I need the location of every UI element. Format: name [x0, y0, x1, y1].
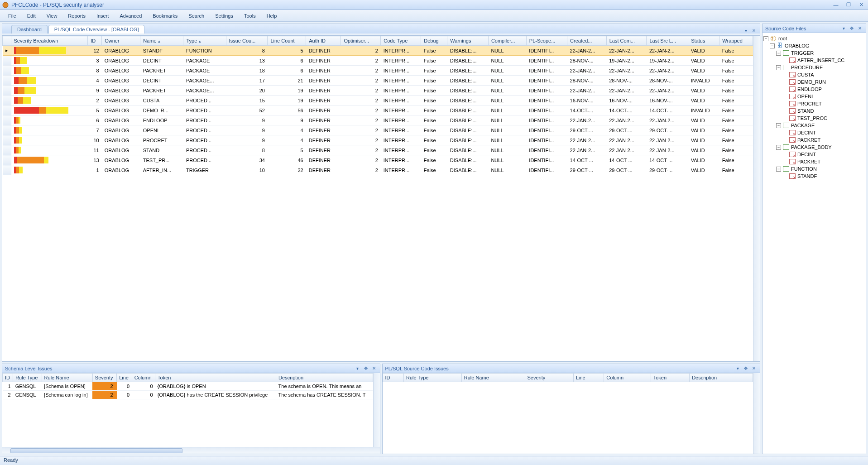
panel-close-icon[interactable]: ✕ — [751, 365, 757, 372]
menu-insert[interactable]: Insert — [91, 11, 115, 20]
col-header[interactable]: Owner — [102, 36, 140, 46]
col-header[interactable]: Wrapped — [719, 36, 753, 46]
col-header[interactable]: Description — [276, 374, 373, 382]
col-header[interactable]: Auth ID — [306, 36, 341, 46]
panel-pin-icon[interactable]: ✥ — [849, 25, 855, 32]
menu-tools[interactable]: Tools — [239, 11, 261, 20]
schema-horizontal-scrollbar[interactable] — [2, 447, 380, 454]
tab-close-icon[interactable]: ✕ — [751, 27, 757, 34]
grid-scroll[interactable]: Severity BreakdownIDOwnerName▲Type▲Issue… — [2, 36, 753, 361]
col-header[interactable]: Last Src L... — [647, 36, 688, 46]
table-row[interactable]: 13 ORABLOG TEST_PR... PROCED... 34 46 DE… — [3, 155, 753, 165]
tree-root[interactable]: −?root — [763, 35, 865, 42]
col-header[interactable]: Rule Name — [461, 374, 525, 382]
col-header[interactable]: ID — [383, 374, 404, 382]
tree-group-procedure[interactable]: −PROCEDURE — [763, 64, 865, 71]
tree-item-demo_run[interactable]: DEMO_RUN — [763, 78, 865, 86]
tree-item-after_insert_cc[interactable]: AFTER_INSERT_CC — [763, 57, 865, 64]
table-row[interactable]: 9 ORABLOG PACKRET PACKAGE... 20 19 DEFIN… — [3, 86, 753, 96]
col-header[interactable]: Severity Breakdown — [11, 36, 88, 46]
tree-item-decint[interactable]: DECINT — [763, 151, 865, 158]
tree-item-standf[interactable]: STANDF — [763, 173, 865, 180]
menu-help[interactable]: Help — [261, 11, 283, 20]
col-header[interactable]: Column — [604, 374, 651, 382]
col-header[interactable]: Debug — [421, 36, 447, 46]
table-row[interactable]: 2 GENSQL [Schema can log in] 2 0 0 {ORAB… — [3, 391, 373, 399]
minimize-button[interactable]: — — [831, 2, 841, 8]
tree-toggle-icon[interactable]: − — [770, 43, 775, 48]
menu-search[interactable]: Search — [183, 11, 210, 20]
col-header[interactable]: Line — [117, 374, 132, 382]
tree-toggle-icon[interactable]: − — [776, 145, 781, 150]
col-header[interactable]: ID — [88, 36, 102, 46]
grid-vertical-scrollbar[interactable] — [753, 36, 760, 361]
col-header[interactable]: Last Com... — [606, 36, 647, 46]
col-header[interactable]: PL-Scope... — [526, 36, 567, 46]
tree-item-openi[interactable]: OPENI — [763, 93, 865, 100]
col-header[interactable]: Column — [132, 374, 155, 382]
menu-view[interactable]: View — [41, 11, 63, 20]
tree-group-package[interactable]: −PACKAGE — [763, 122, 865, 129]
col-header[interactable]: Rule Type — [404, 374, 462, 382]
menu-advanced[interactable]: Advanced — [114, 11, 147, 20]
col-header[interactable]: ID — [3, 374, 13, 382]
tree-group-trigger[interactable]: −TRIGGER — [763, 49, 865, 57]
table-row[interactable]: ▸ 12 ORABLOG STANDF FUNCTION 8 5 DEFINER… — [3, 46, 753, 56]
panel-dropdown-icon[interactable]: ▾ — [734, 365, 741, 372]
panel-dropdown-icon[interactable]: ▾ — [840, 25, 847, 32]
col-header[interactable]: Rule Name — [42, 374, 92, 382]
col-header[interactable]: Token — [651, 374, 689, 382]
tree-item-custa[interactable]: CUSTA — [763, 71, 865, 78]
table-row[interactable]: 11 ORABLOG STAND PROCED... 8 5 DEFINER 2… — [3, 145, 753, 155]
schema-vertical-scrollbar[interactable] — [373, 373, 380, 447]
table-row[interactable]: 1 ORABLOG AFTER_IN... TRIGGER 10 22 DEFI… — [3, 165, 753, 175]
tree-toggle-icon[interactable]: − — [776, 167, 781, 172]
table-row[interactable]: 2 ORABLOG CUSTA PROCED... 15 19 DEFINER … — [3, 96, 753, 105]
code-vertical-scrollbar[interactable] — [753, 373, 760, 454]
tree-toggle-icon[interactable]: − — [763, 36, 768, 41]
tree-toggle-icon[interactable]: − — [776, 65, 781, 70]
source-tree[interactable]: −?root−🗄ORABLOG−TRIGGERAFTER_INSERT_CC−P… — [762, 33, 866, 454]
tree-item-packret[interactable]: PACKRET — [763, 158, 865, 165]
table-row[interactable]: 3 ORABLOG DECINT PACKAGE 13 6 DEFINER 2 … — [3, 56, 753, 66]
col-header[interactable]: Severity — [92, 374, 116, 382]
col-header[interactable]: Rule Type — [13, 374, 42, 382]
menu-file[interactable]: File — [3, 11, 22, 20]
maximize-button[interactable]: ❐ — [844, 2, 854, 8]
col-header[interactable]: Line — [573, 374, 604, 382]
tree-schema[interactable]: −🗄ORABLOG — [763, 42, 865, 49]
panel-close-icon[interactable]: ✕ — [857, 25, 863, 32]
col-header[interactable]: Type▲ — [183, 36, 226, 46]
table-row[interactable]: 7 ORABLOG OPENI PROCED... 9 4 DEFINER 2 … — [3, 125, 753, 135]
col-header[interactable]: Code Type — [381, 36, 421, 46]
table-row[interactable]: 5 ORABLOG DEMO_R... PROCED... 52 56 DEFI… — [3, 105, 753, 115]
col-header[interactable]: Created... — [567, 36, 607, 46]
col-header[interactable]: Compiler... — [488, 36, 526, 46]
panel-pin-icon[interactable]: ✥ — [363, 365, 369, 372]
col-header[interactable]: Warnings — [447, 36, 489, 46]
panel-dropdown-icon[interactable]: ▾ — [355, 365, 361, 372]
tree-toggle-icon[interactable]: − — [776, 123, 781, 128]
tree-group-package_body[interactable]: −PACKAGE_BODY — [763, 144, 865, 151]
col-header[interactable]: Status — [688, 36, 719, 46]
table-row[interactable]: 8 ORABLOG PACKRET PACKAGE 18 6 DEFINER 2… — [3, 66, 753, 76]
tree-group-function[interactable]: −FUNCTION — [763, 165, 865, 173]
menu-bookmarks[interactable]: Bookmarks — [147, 11, 183, 20]
panel-pin-icon[interactable]: ✥ — [743, 365, 749, 372]
col-header[interactable]: Optimiser... — [341, 36, 381, 46]
menu-edit[interactable]: Edit — [22, 11, 41, 20]
table-row[interactable]: 6 ORABLOG ENDLOOP PROCED... 9 9 DEFINER … — [3, 115, 753, 125]
tree-item-test_proc[interactable]: TEST_PROC — [763, 115, 865, 122]
table-row[interactable]: 1 GENSQL [Schema is OPEN] 2 0 0 {ORABLOG… — [3, 382, 373, 391]
col-header[interactable]: Description — [690, 374, 753, 382]
col-header[interactable]: Name▲ — [140, 36, 183, 46]
table-row[interactable]: 4 ORABLOG DECINT PACKAGE... 17 21 DEFINE… — [3, 76, 753, 86]
tree-item-endloop[interactable]: ENDLOOP — [763, 86, 865, 93]
tree-toggle-icon[interactable]: − — [776, 51, 781, 56]
panel-close-icon[interactable]: ✕ — [371, 365, 377, 372]
col-header[interactable]: Issue Cou... — [226, 36, 268, 46]
tree-item-decint[interactable]: DECINT — [763, 129, 865, 136]
col-header[interactable]: Line Count — [268, 36, 306, 46]
col-header[interactable]: Severity — [525, 374, 573, 382]
tree-item-stand[interactable]: STAND — [763, 107, 865, 115]
